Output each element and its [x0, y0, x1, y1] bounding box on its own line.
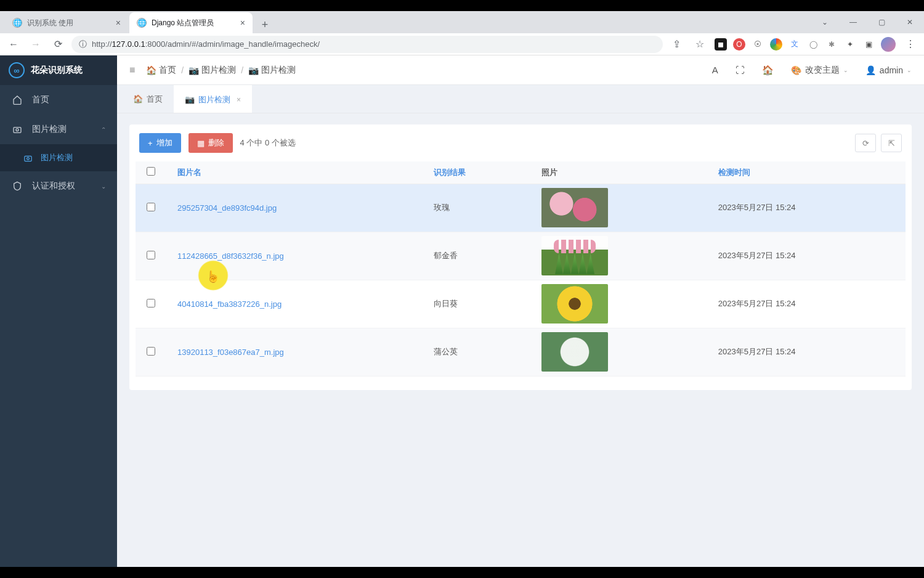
brand-logo-icon: ∞ — [9, 62, 25, 78]
chevron-down-icon[interactable]: ⌄ — [811, 11, 839, 33]
export-button[interactable]: ⇱ — [881, 134, 902, 152]
sidebar-item-detect-group[interactable]: 图片检测 ⌃ — [0, 115, 117, 144]
thumbnail-image[interactable] — [541, 284, 608, 324]
extension-icon[interactable]: ✱ — [825, 38, 838, 51]
refresh-button[interactable]: ⟳ — [855, 134, 876, 152]
thumbnail-image[interactable] — [541, 188, 608, 227]
new-tab-button[interactable]: + — [256, 16, 274, 33]
filename-link[interactable]: 112428665_d8f3632f36_n.jpg — [177, 251, 284, 261]
row-checkbox[interactable] — [147, 203, 155, 211]
extension-icon[interactable]: ◯ — [807, 38, 819, 51]
extension-icon[interactable]: O — [733, 38, 745, 51]
plus-icon: + — [148, 139, 153, 148]
url-host: 127.0.0.1 — [112, 39, 145, 49]
row-checkbox[interactable] — [147, 299, 155, 307]
row-checkbox[interactable] — [147, 251, 155, 259]
back-button[interactable]: ← — [5, 36, 22, 53]
add-button[interactable]: + 增加 — [139, 133, 181, 153]
share-icon[interactable]: ⇪ — [668, 36, 685, 53]
browser-tab-0[interactable]: 🌐 识别系统 使用 × — [5, 12, 128, 33]
chevron-down-icon: ⌄ — [101, 183, 106, 190]
close-icon[interactable]: × — [237, 96, 241, 104]
time-cell: 2023年5月27日 15:24 — [707, 280, 906, 328]
forward-button[interactable]: → — [27, 36, 44, 53]
user-icon: 👤 — [865, 65, 876, 75]
user-menu[interactable]: 👤 admin ⌄ — [865, 65, 912, 75]
home-icon — [11, 95, 23, 105]
shield-icon — [11, 181, 23, 191]
theme-label: 改变主题 — [805, 65, 840, 76]
extension-icon[interactable]: ⦿ — [752, 38, 764, 51]
header-label: 识别结果 — [434, 168, 466, 177]
globe-icon: 🌐 — [137, 18, 147, 28]
table-row: 13920113_f03e867ea7_m.jpg蒲公英2023年5月27日 1… — [136, 328, 906, 376]
close-icon[interactable]: × — [240, 18, 245, 28]
selection-count: 4 个中 0 个被选 — [240, 137, 296, 149]
chevron-down-icon: ⌄ — [907, 67, 912, 73]
home-icon: 🏠 — [146, 65, 156, 75]
sidebar-item-label: 首页 — [32, 94, 49, 105]
kebab-menu-icon[interactable]: ⋮ — [902, 36, 919, 53]
filename-link[interactable]: 40410814_fba3837226_n.jpg — [177, 299, 282, 309]
content-tab-home[interactable]: 🏠 首页 — [122, 85, 174, 113]
profile-avatar[interactable] — [881, 37, 896, 52]
svg-point-1 — [16, 129, 18, 131]
extension-icon[interactable] — [770, 38, 782, 51]
theme-selector[interactable]: 🎨 改变主题 ⌄ — [791, 65, 848, 76]
breadcrumb-mid[interactable]: 📷图片检测 — [188, 65, 236, 76]
column-header-time[interactable]: 检测时间 — [707, 161, 906, 184]
delete-button[interactable]: ▦ 删除 — [188, 133, 233, 153]
thumbnail-image[interactable] — [541, 332, 608, 372]
time-cell: 2023年5月27日 15:24 — [707, 184, 906, 232]
brand: ∞ 花朵识别系统 — [0, 55, 117, 85]
separator: / — [181, 65, 184, 75]
svg-point-3 — [27, 157, 30, 160]
separator: / — [241, 65, 243, 75]
extensions-menu-icon[interactable]: ✦ — [844, 38, 856, 51]
thumbnail-image[interactable] — [541, 236, 608, 275]
svg-rect-2 — [25, 156, 31, 161]
globe-icon: 🌐 — [12, 18, 22, 28]
button-label: 删除 — [208, 137, 224, 149]
home-icon: 🏠 — [133, 94, 143, 104]
table-row: 112428665_d8f3632f36_n.jpg郁金香2023年5月27日 … — [136, 232, 906, 280]
sidepanel-icon[interactable]: ▣ — [862, 38, 875, 51]
column-header-result[interactable]: 识别结果 — [423, 161, 530, 184]
translate-icon[interactable]: 文 — [788, 38, 801, 51]
font-size-icon[interactable]: A — [712, 65, 718, 75]
url-input[interactable]: ⓘ http://127.0.0.1:8000/admin/#/admin/im… — [71, 36, 663, 53]
button-label: 增加 — [156, 137, 172, 149]
fullscreen-icon[interactable]: ⛶ — [736, 65, 745, 75]
sidebar-item-home[interactable]: 首页 — [0, 85, 117, 115]
url-scheme: http:// — [92, 39, 112, 49]
minimize-button[interactable]: — — [839, 11, 867, 33]
camera-icon: 📷 — [188, 65, 199, 75]
breadcrumb-home[interactable]: 🏠首页 — [146, 65, 176, 76]
info-icon[interactable]: ⓘ — [79, 39, 87, 50]
sidebar: ∞ 花朵识别系统 首页 图片检测 ⌃ 图片检测 认证和授权 — [0, 55, 117, 567]
content-tab-detect[interactable]: 📷 图片检测 × — [174, 85, 252, 113]
extension-icon[interactable]: ◼ — [715, 38, 727, 51]
filename-link[interactable]: 295257304_de893fc94d.jpg — [177, 203, 277, 213]
result-cell: 玫瑰 — [423, 184, 530, 232]
content-area: + 增加 ▦ 删除 4 个中 0 个被选 ⟳ ⇱ 图片名 — [117, 113, 924, 567]
reload-button[interactable]: ⟳ — [49, 36, 67, 53]
row-checkbox[interactable] — [147, 347, 155, 356]
chevron-up-icon: ⌃ — [101, 126, 106, 133]
breadcrumb-label: 首页 — [159, 65, 176, 76]
address-bar-row: ← → ⟳ ⓘ http://127.0.0.1:8000/admin/#/ad… — [0, 33, 924, 55]
close-icon[interactable]: × — [116, 18, 121, 28]
filename-link[interactable]: 13920113_f03e867ea7_m.jpg — [177, 348, 284, 357]
browser-tab-1[interactable]: 🌐 Django 站点管理员 × — [129, 12, 253, 33]
home-shortcut-icon[interactable]: 🏠 — [762, 65, 774, 76]
breadcrumb-last[interactable]: 📷图片检测 — [248, 65, 296, 76]
hamburger-icon[interactable]: ≡ — [129, 65, 135, 76]
time-cell: 2023年5月27日 15:24 — [707, 232, 906, 280]
sidebar-item-detect[interactable]: 图片检测 — [0, 144, 117, 171]
close-window-button[interactable]: ✕ — [896, 11, 924, 33]
star-icon[interactable]: ☆ — [691, 36, 708, 53]
sidebar-item-auth-group[interactable]: 认证和授权 ⌄ — [0, 171, 117, 201]
maximize-button[interactable]: ▢ — [867, 11, 896, 33]
column-header-name[interactable]: 图片名 — [166, 161, 423, 184]
select-all-checkbox[interactable] — [147, 167, 155, 176]
